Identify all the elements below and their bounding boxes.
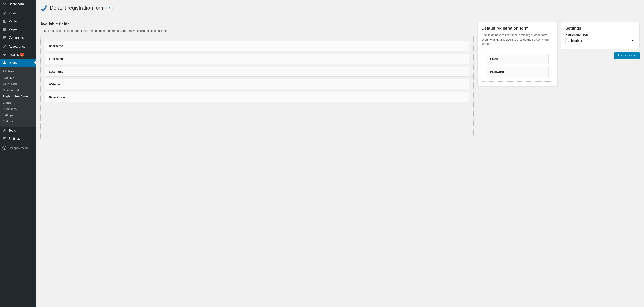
sidebar-item-label: Dashboard: [8, 2, 24, 6]
sidebar-item-appearance[interactable]: Appearance: [0, 42, 36, 51]
field-card-email[interactable]: Email: [486, 54, 548, 64]
sidebar-item-label: Comments: [8, 36, 24, 39]
main-content: Default registration form Available fiel…: [36, 0, 644, 307]
pin-icon: [2, 11, 7, 15]
submenu-item-settings[interactable]: Settings: [0, 112, 36, 118]
available-fields-dropzone[interactable]: Username First name Last name Website De…: [40, 36, 474, 139]
settings-title: Settings: [565, 26, 635, 31]
dashboard-icon: [2, 2, 7, 6]
available-fields-desc: To add a field to this form, drag it int…: [40, 29, 474, 33]
submenu-item-all-users[interactable]: All Users: [0, 68, 36, 75]
sidebar-item-settings[interactable]: Settings: [0, 135, 36, 143]
user-icon: [2, 60, 7, 65]
sidebar-item-pages[interactable]: Pages: [0, 25, 36, 33]
available-fields-title: Available fields: [40, 22, 474, 26]
brush-icon: [2, 44, 7, 49]
sidebar-item-posts[interactable]: Posts: [0, 9, 36, 17]
svg-point-1: [46, 5, 47, 6]
submenu-item-directories[interactable]: Directories: [0, 106, 36, 112]
collapse-icon: [2, 146, 7, 150]
sidebar-item-label: Users: [8, 61, 17, 64]
form-fields-dropzone[interactable]: Email Password: [482, 49, 553, 81]
back-button[interactable]: [106, 5, 113, 11]
sidebar-item-label: Plugins: [8, 53, 19, 56]
submenu-item-add-new[interactable]: Add New: [0, 75, 36, 81]
arrow-left-icon: [108, 6, 111, 10]
sidebar-item-label: Appearance: [8, 45, 26, 48]
sidebar-item-comments[interactable]: Comments: [0, 33, 36, 41]
field-card-website[interactable]: Website: [45, 79, 469, 89]
form-desc: Add fields here to use them in this regi…: [482, 33, 553, 46]
save-changes-button[interactable]: Save changes: [614, 52, 640, 59]
submenu-item-custom-fields[interactable]: Custom fields: [0, 87, 36, 93]
registration-role-select[interactable]: Subscriber: [565, 38, 635, 44]
sidebar-item-dashboard[interactable]: Dashboard: [0, 0, 36, 8]
page-icon: [2, 27, 7, 31]
submenu-item-emails[interactable]: Emails: [0, 100, 36, 106]
field-card-first-name[interactable]: First name: [45, 54, 469, 64]
media-icon: [2, 19, 7, 23]
sidebar-item-tools[interactable]: Tools: [0, 126, 36, 135]
sidebar-item-label: Media: [8, 19, 17, 23]
sidebar-item-users[interactable]: Users: [0, 59, 36, 67]
submenu-item-add-ons[interactable]: Add-ons: [0, 118, 36, 125]
collapse-menu-label: Collapse menu: [8, 146, 28, 150]
field-card-password[interactable]: Password: [486, 67, 548, 77]
plugins-update-badge: 2: [20, 53, 24, 57]
page-title: Default registration form: [50, 5, 105, 11]
submenu-users: All Users Add New Your Profile Custom fi…: [0, 67, 36, 126]
form-title: Default registration form: [482, 26, 553, 31]
field-card-username[interactable]: Username: [45, 41, 469, 51]
plugin-logo-icon: [40, 4, 48, 12]
svg-point-0: [3, 146, 6, 150]
admin-sidebar: Dashboard Posts Media Pages Comments App…: [0, 0, 36, 307]
registration-role-label: Registration role: [565, 33, 635, 36]
sidebar-item-label: Posts: [8, 11, 16, 15]
page-heading: Default registration form: [40, 2, 640, 13]
submenu-item-your-profile[interactable]: Your Profile: [0, 81, 36, 87]
sidebar-item-media[interactable]: Media: [0, 17, 36, 25]
collapse-menu-button[interactable]: Collapse menu: [0, 144, 36, 152]
comment-icon: [2, 35, 7, 40]
submenu-item-registration-forms[interactable]: Registration forms: [0, 93, 36, 100]
field-card-description[interactable]: Description: [45, 92, 469, 102]
sidebar-item-label: Settings: [8, 137, 20, 140]
plug-icon: [2, 52, 7, 57]
field-card-last-name[interactable]: Last name: [45, 66, 469, 77]
sliders-icon: [2, 136, 7, 141]
wrench-icon: [2, 128, 7, 133]
sidebar-item-plugins[interactable]: Plugins 2: [0, 51, 36, 59]
sidebar-item-label: Tools: [8, 129, 16, 132]
sidebar-item-label: Pages: [8, 27, 18, 31]
